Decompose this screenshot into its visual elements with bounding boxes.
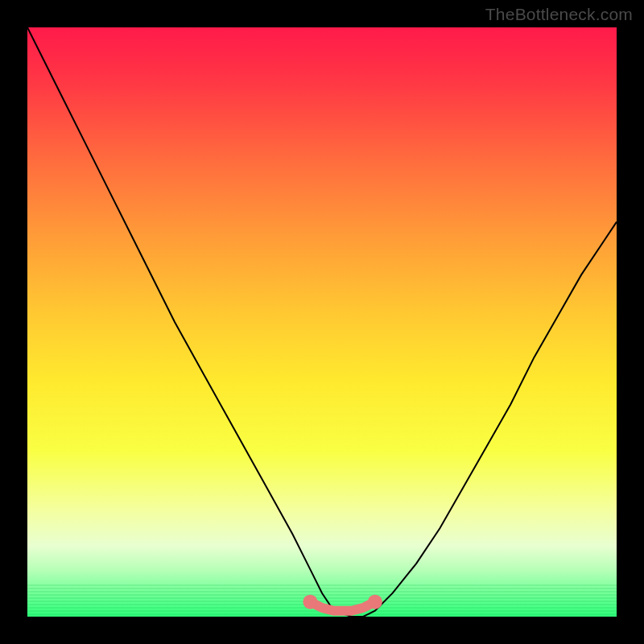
watermark-text: TheBottleneck.com bbox=[485, 5, 633, 24]
chart-frame: TheBottleneck.com bbox=[0, 0, 644, 644]
plot-area bbox=[27, 27, 617, 617]
highlight-dot-right bbox=[368, 595, 382, 609]
curve-layer bbox=[27, 27, 617, 617]
highlight-dot-left bbox=[303, 595, 317, 609]
bottleneck-curve-path bbox=[27, 27, 617, 617]
highlight-band-path bbox=[310, 602, 375, 611]
